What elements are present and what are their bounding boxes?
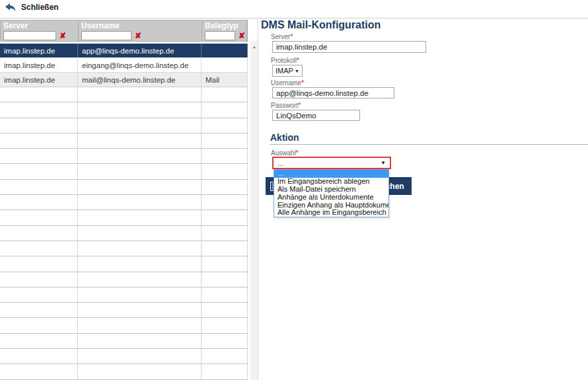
clear-filter-icon[interactable]: ✘ [59, 32, 66, 40]
auswahl-dropdown-list: ... Im Eingangsbereich ablegen Als Mail-… [274, 169, 389, 217]
chevron-down-icon: ▼ [295, 69, 299, 73]
empty-cell [0, 256, 78, 271]
empty-table-row [0, 272, 248, 287]
empty-cell [0, 102, 78, 117]
empty-cell [202, 226, 248, 241]
empty-cell [202, 318, 248, 332]
protokoll-selected-value: IMAP [276, 67, 293, 75]
empty-cell [0, 303, 78, 317]
empty-cell [78, 102, 202, 117]
mail-account-table: Server ✘ Username ✘ Belegtyp ✘ imap.lins… [0, 20, 248, 380]
auswahl-select[interactable]: ... ▼ [272, 157, 391, 169]
dropdown-option[interactable]: Anhänge als Unterdokumente [274, 194, 388, 202]
empty-cell [202, 334, 248, 348]
clear-filter-icon[interactable]: ✘ [239, 32, 245, 40]
empty-cell [0, 195, 78, 209]
empty-table-row [0, 334, 248, 349]
table-row[interactable]: imap.linstep.de eingang@linqs-demo.linst… [0, 58, 248, 73]
empty-cell [78, 303, 202, 317]
dropdown-option[interactable]: Alle Anhänge im Eingangsbereich [274, 209, 388, 217]
dropdown-option[interactable]: Im Eingangsbereich ablegen [274, 178, 388, 186]
empty-cell [202, 149, 248, 163]
empty-cell [78, 195, 202, 209]
empty-cell [202, 272, 248, 287]
empty-cell [78, 256, 202, 271]
empty-table-row [0, 118, 248, 133]
page-title: DMS Mail-Konfiguration [261, 19, 381, 31]
dropdown-option[interactable]: Einzigen Anhang als Hauptdokument [274, 202, 388, 209]
close-button[interactable]: Schließen [5, 3, 59, 12]
empty-cell [78, 272, 202, 287]
required-marker: * [301, 79, 304, 87]
empty-cell [0, 118, 78, 133]
empty-cell [78, 164, 202, 178]
clear-filter-icon[interactable]: ✘ [135, 32, 141, 40]
empty-cell [78, 334, 202, 348]
cell-belegtyp [202, 44, 248, 57]
empty-cell [202, 210, 248, 225]
username-filter-input[interactable] [81, 31, 131, 40]
empty-table-row [0, 241, 248, 256]
topbar: Schließen [0, 0, 588, 19]
cell-belegtyp: Mail [202, 73, 248, 87]
empty-cell [78, 133, 202, 148]
empty-cell [0, 210, 78, 225]
required-marker: * [297, 57, 299, 64]
empty-cell [202, 287, 248, 302]
empty-table-row [0, 303, 248, 318]
passwort-label: Passwort* [271, 102, 301, 109]
empty-cell [78, 180, 202, 194]
belegtyp-filter-input[interactable] [205, 31, 235, 40]
close-button-label: Schließen [21, 3, 59, 12]
passwort-field[interactable] [272, 110, 360, 121]
cell-belegtyp [202, 58, 248, 72]
column-header-username: Username ✘ [79, 20, 202, 41]
empty-cell [0, 226, 78, 241]
empty-cell [0, 272, 78, 287]
empty-table-row [0, 210, 248, 225]
empty-cell [202, 256, 248, 271]
empty-cell [78, 87, 202, 102]
empty-table-row [0, 133, 248, 149]
empty-cell [0, 349, 78, 363]
empty-cell [78, 149, 202, 163]
column-label: Server [3, 22, 78, 30]
required-marker: * [290, 33, 293, 40]
cell-username: app@linqs-demo.linstep.de [78, 44, 202, 57]
empty-cell [202, 195, 248, 209]
cell-server: imap.linstep.de [0, 44, 78, 57]
empty-cell [78, 210, 202, 225]
required-marker: * [296, 149, 299, 157]
empty-cell [0, 87, 78, 102]
cell-server: imap.linstep.de [0, 58, 78, 72]
table-row-selected[interactable]: imap.linstep.de app@linqs-demo.linstep.d… [0, 44, 248, 58]
column-label: Belegtyp [205, 22, 246, 30]
empty-cell [202, 118, 248, 133]
empty-cell [202, 303, 248, 317]
protokoll-select[interactable]: IMAP ▼ [272, 65, 303, 77]
empty-table-row [0, 349, 248, 364]
dropdown-option[interactable]: Als Mail-Datei speichern [274, 186, 388, 194]
server-filter-input[interactable] [3, 31, 56, 40]
table-row[interactable]: imap.linstep.de mail@linqs-demo.linstep.… [0, 73, 248, 87]
empty-cell [202, 349, 248, 363]
server-label: Server* [271, 33, 293, 40]
empty-cell [78, 349, 202, 363]
server-field[interactable] [272, 41, 426, 53]
empty-cell [0, 334, 78, 348]
empty-table-row [0, 195, 248, 210]
cell-username: mail@linqs-demo.linstep.de [78, 73, 202, 87]
cell-server: imap.linstep.de [0, 73, 78, 87]
auswahl-label: Auswahl* [271, 149, 299, 157]
chevron-down-icon: ▼ [381, 160, 386, 166]
empty-cell [0, 149, 78, 163]
empty-cell [202, 364, 248, 379]
username-field[interactable] [272, 87, 394, 98]
empty-cell [0, 364, 78, 379]
aktion-section-heading: Aktion [270, 132, 299, 143]
empty-cell [202, 102, 248, 117]
empty-table-row [0, 226, 248, 241]
dropdown-option[interactable]: ... [274, 170, 388, 178]
empty-table-rows [0, 87, 248, 380]
empty-table-row [0, 87, 248, 102]
